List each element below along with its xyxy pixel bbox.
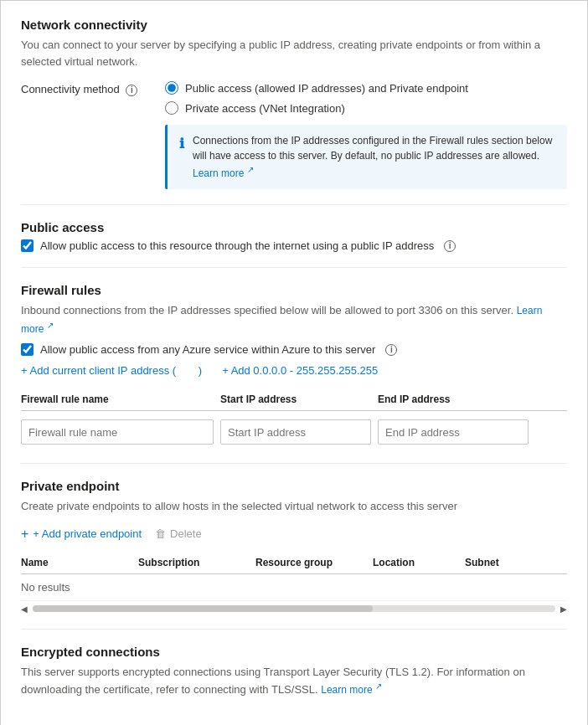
connectivity-options: Public access (allowed IP addresses) and…	[165, 81, 567, 189]
radio-private-input[interactable]	[165, 101, 178, 115]
encrypted-connections-desc: This server supports encrypted connectio…	[21, 664, 567, 698]
encrypted-learn-more-link[interactable]: Learn more ↗	[321, 684, 382, 696]
azure-service-checkbox-row[interactable]: Allow public access from any Azure servi…	[21, 343, 567, 356]
firewall-rules-section: Firewall rules Inbound connections from …	[21, 283, 567, 448]
add-icon: +	[21, 527, 28, 542]
radio-group: Public access (allowed IP addresses) and…	[165, 81, 567, 115]
firewall-table: Firewall rule name Start IP address End …	[21, 388, 567, 448]
firewall-table-header: Firewall rule name Start IP address End …	[21, 388, 567, 411]
network-connectivity-title: Network connectivity	[21, 18, 567, 32]
private-endpoint-table: Name Subscription Resource group Locatio…	[21, 552, 567, 601]
pe-col-location: Location	[373, 557, 465, 568]
divider-3	[21, 463, 567, 464]
add-private-endpoint-button[interactable]: + + Add private endpoint	[21, 527, 142, 542]
firewall-rules-desc: Inbound connections from the IP addresse…	[21, 302, 567, 337]
public-access-checkbox-label: Allow public access to this resource thr…	[40, 239, 434, 252]
pe-col-resource-group: Resource group	[255, 557, 373, 568]
pe-no-results-row: No results	[21, 574, 567, 601]
firewall-name-input[interactable]	[21, 419, 214, 445]
public-access-checkbox-row[interactable]: Allow public access to this resource thr…	[21, 239, 567, 252]
private-endpoint-title: Private endpoint	[21, 479, 567, 493]
delete-icon: 🗑	[155, 527, 166, 540]
connectivity-method-info-icon[interactable]: i	[126, 85, 137, 96]
radio-private-access[interactable]: Private access (VNet Integration)	[165, 101, 567, 115]
connectivity-method-label: Connectivity method	[21, 83, 120, 95]
firewall-table-row-1	[21, 416, 567, 448]
radio-public-label: Public access (allowed IP addresses) and…	[185, 82, 468, 95]
end-ip-input[interactable]	[378, 419, 529, 445]
divider-4	[21, 629, 567, 630]
learn-more-external-icon: ↗	[247, 165, 254, 174]
firewall-col-end-ip: End IP address	[378, 393, 529, 405]
radio-private-label: Private access (VNet Integration)	[185, 102, 345, 115]
network-connectivity-section: Network connectivity You can connect to …	[21, 18, 567, 189]
scroll-thumb	[33, 605, 373, 612]
encrypted-connections-section: Encrypted connections This server suppor…	[21, 645, 567, 698]
public-access-checkbox[interactable]	[21, 239, 34, 252]
delete-button[interactable]: 🗑 Delete	[155, 527, 202, 540]
encrypted-learn-more-icon: ↗	[375, 681, 382, 691]
firewall-rules-title: Firewall rules	[21, 283, 567, 297]
add-all-range-link[interactable]: + Add 0.0.0.0 - 255.255.255.255	[222, 364, 378, 377]
azure-service-label: Allow public access from any Azure servi…	[40, 343, 375, 356]
private-endpoint-section: Private endpoint Create private endpoint…	[21, 479, 567, 614]
private-endpoint-action-bar: + + Add private endpoint 🗑 Delete	[21, 527, 567, 542]
firewall-col-name: Firewall rule name	[21, 393, 214, 405]
radio-public-access[interactable]: Public access (allowed IP addresses) and…	[165, 81, 567, 95]
firewall-col-start-ip: Start IP address	[220, 393, 371, 405]
divider-2	[21, 267, 567, 268]
public-access-section: Public access Allow public access to thi…	[21, 220, 567, 252]
start-ip-input[interactable]	[220, 419, 371, 445]
pe-col-subnet: Subnet	[465, 557, 567, 568]
add-links-row: + Add current client IP address ( ) + Ad…	[21, 364, 567, 377]
add-client-ip-link[interactable]: + Add current client IP address ( )	[21, 364, 202, 377]
public-access-info-icon[interactable]: i	[444, 240, 456, 252]
scroll-bar-container: ◀ ▶	[21, 604, 567, 614]
radio-public-input[interactable]	[165, 81, 178, 95]
azure-service-info-icon[interactable]: i	[385, 344, 397, 356]
info-box-content: Connections from the IP addresses config…	[193, 133, 555, 181]
private-endpoint-desc: Create private endpoints to allow hosts …	[21, 498, 567, 515]
azure-service-checkbox[interactable]	[21, 343, 34, 356]
pe-table-header: Name Subscription Resource group Locatio…	[21, 552, 567, 574]
scroll-track[interactable]	[33, 605, 555, 612]
pe-col-name: Name	[21, 557, 138, 568]
info-box-text: Connections from the IP addresses config…	[193, 135, 552, 162]
scroll-left-arrow[interactable]: ◀	[21, 604, 28, 614]
info-box-learn-more-link[interactable]: Learn more ↗	[193, 167, 254, 179]
info-box-icon: ℹ	[179, 134, 184, 181]
network-connectivity-desc: You can connect to your server by specif…	[21, 37, 567, 69]
connectivity-method-row: Connectivity method i Public access (all…	[21, 81, 567, 189]
divider-1	[21, 204, 567, 205]
pe-no-results: No results	[21, 581, 138, 594]
pe-col-subscription: Subscription	[138, 557, 255, 568]
encrypted-connections-title: Encrypted connections	[21, 645, 567, 659]
scroll-right-arrow[interactable]: ▶	[560, 604, 567, 614]
info-box: ℹ Connections from the IP addresses conf…	[165, 125, 567, 189]
public-access-title: Public access	[21, 220, 567, 234]
firewall-learn-more-icon: ↗	[47, 321, 54, 330]
